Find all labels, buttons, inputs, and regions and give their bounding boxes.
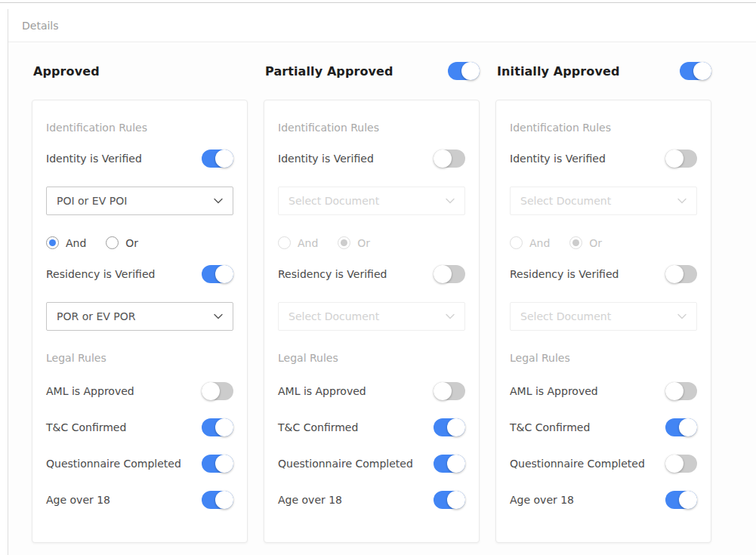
residency-document-dropdown: Select Document <box>510 302 697 331</box>
identification-rules-title: Identification Rules <box>278 120 465 135</box>
legal-rules-title: Legal Rules <box>510 350 697 365</box>
status-enabled-toggle[interactable] <box>448 62 480 80</box>
identification-rules-title: Identification Rules <box>510 120 697 135</box>
residency-verified-toggle[interactable] <box>434 265 465 283</box>
legal-rule-row: Questionnaire Completed <box>278 455 465 473</box>
identity-verified-toggle[interactable] <box>434 150 465 168</box>
top-divider <box>0 2 756 3</box>
identity-verified-toggle[interactable] <box>665 150 697 168</box>
legal-rule-row: AML is Approved <box>510 382 697 400</box>
legal-rule-row: Questionnaire Completed <box>510 455 697 473</box>
tc-confirmed-toggle[interactable] <box>434 418 465 436</box>
residency-verified-label: Residency is Verified <box>510 265 619 283</box>
status-enabled-toggle[interactable] <box>680 62 711 80</box>
residency-document-dropdown[interactable]: POR or EV POR <box>46 302 233 331</box>
and-radio[interactable] <box>46 236 59 249</box>
identity-verified-row: Identity is Verified <box>46 150 233 168</box>
operator-or-option: Or <box>106 236 138 249</box>
status-card: Identification Rules Identity is Verifie… <box>264 100 480 543</box>
identity-verified-label: Identity is Verified <box>278 150 374 168</box>
column-initially-approved: Initially Approved Identification Rules … <box>495 61 711 543</box>
status-card: Identification Rules Identity is Verifie… <box>32 100 248 543</box>
residency-verified-toggle[interactable] <box>665 265 697 283</box>
column-title: Approved <box>33 64 100 79</box>
operator-and-option: And <box>510 236 550 249</box>
column-approved: Approved Identification Rules Identity i… <box>32 61 248 543</box>
identity-document-dropdown: Select Document <box>510 187 697 215</box>
tc-confirmed-toggle[interactable] <box>202 418 233 436</box>
details-header-bar: Details <box>8 9 756 42</box>
residency-verified-row: Residency is Verified <box>46 265 233 283</box>
identity-verified-toggle[interactable] <box>202 150 233 168</box>
status-columns: Approved Identification Rules Identity i… <box>32 61 756 543</box>
operator-radio-row: And Or <box>278 236 465 249</box>
legal-rule-row: T&C Confirmed <box>46 418 233 436</box>
age-over-18-label: Age over 18 <box>278 491 342 509</box>
aml-approved-label: AML is Approved <box>46 382 134 400</box>
or-radio-label: Or <box>125 237 138 249</box>
details-panel: Details Approved Identification Rules Id… <box>8 9 756 555</box>
column-partially-approved-header: Partially Approved <box>264 61 480 81</box>
and-radio-label: And <box>298 237 318 249</box>
column-initially-approved-header: Initially Approved <box>495 61 711 81</box>
residency-verified-row: Residency is Verified <box>510 265 697 283</box>
or-radio <box>569 236 582 249</box>
aml-approved-toggle[interactable] <box>665 382 697 400</box>
age-over-18-toggle[interactable] <box>434 491 465 509</box>
status-card: Identification Rules Identity is Verifie… <box>495 100 711 543</box>
chevron-down-icon <box>214 313 223 319</box>
and-radio-label: And <box>529 237 550 249</box>
identity-document-dropdown[interactable]: POI or EV POI <box>46 187 233 215</box>
chevron-down-icon <box>214 198 223 204</box>
questionnaire-completed-toggle[interactable] <box>434 455 465 473</box>
age-over-18-toggle[interactable] <box>202 491 233 509</box>
residency-verified-label: Residency is Verified <box>46 265 155 283</box>
legal-rule-row: Questionnaire Completed <box>46 455 233 473</box>
operator-or-option: Or <box>569 236 602 249</box>
or-radio-label: Or <box>357 237 370 249</box>
aml-approved-label: AML is Approved <box>278 382 366 400</box>
legal-rule-row: T&C Confirmed <box>510 418 697 436</box>
chevron-down-icon <box>677 198 687 204</box>
identity-document-placeholder: Select Document <box>289 195 379 207</box>
questionnaire-completed-toggle[interactable] <box>202 455 233 473</box>
age-over-18-label: Age over 18 <box>46 491 110 509</box>
legal-rules-title: Legal Rules <box>278 350 465 365</box>
and-radio <box>510 236 523 249</box>
questionnaire-completed-label: Questionnaire Completed <box>46 455 181 473</box>
identity-verified-label: Identity is Verified <box>510 150 606 168</box>
or-radio[interactable] <box>106 236 119 249</box>
column-title: Initially Approved <box>497 64 619 79</box>
legal-rule-row: AML is Approved <box>278 382 465 400</box>
and-radio <box>278 236 291 249</box>
tc-confirmed-label: T&C Confirmed <box>510 418 590 436</box>
aml-approved-toggle[interactable] <box>202 382 233 400</box>
chevron-down-icon <box>446 313 455 319</box>
identity-verified-row: Identity is Verified <box>278 150 465 168</box>
column-partially-approved: Partially Approved Identification Rules … <box>264 61 480 543</box>
questionnaire-completed-toggle[interactable] <box>665 455 697 473</box>
questionnaire-completed-label: Questionnaire Completed <box>278 455 413 473</box>
residency-document-value: POR or EV POR <box>57 310 135 322</box>
operator-or-option: Or <box>338 236 370 249</box>
residency-document-placeholder: Select Document <box>520 310 611 322</box>
residency-document-placeholder: Select Document <box>289 310 379 322</box>
age-over-18-toggle[interactable] <box>665 491 697 509</box>
or-radio <box>338 236 350 249</box>
identity-verified-label: Identity is Verified <box>46 150 142 168</box>
residency-verified-label: Residency is Verified <box>278 265 387 283</box>
legal-rule-row: Age over 18 <box>510 491 697 509</box>
or-radio-label: Or <box>589 237 602 249</box>
residency-document-dropdown: Select Document <box>278 302 465 331</box>
age-over-18-label: Age over 18 <box>510 491 574 509</box>
legal-rules-title: Legal Rules <box>46 350 233 365</box>
tc-confirmed-label: T&C Confirmed <box>46 418 126 436</box>
questionnaire-completed-label: Questionnaire Completed <box>510 455 645 473</box>
details-title: Details <box>22 20 59 32</box>
tc-confirmed-toggle[interactable] <box>665 418 697 436</box>
chevron-down-icon <box>446 198 455 204</box>
legal-rule-row: AML is Approved <box>46 382 233 400</box>
residency-verified-toggle[interactable] <box>202 265 233 283</box>
aml-approved-toggle[interactable] <box>434 382 465 400</box>
residency-verified-row: Residency is Verified <box>278 265 465 283</box>
